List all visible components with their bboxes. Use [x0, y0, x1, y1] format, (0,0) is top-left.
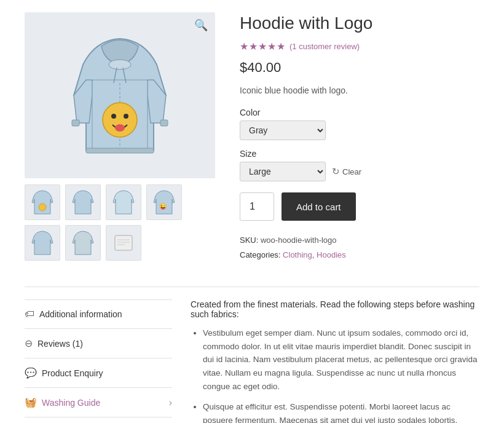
size-label: Size: [240, 149, 479, 159]
color-label: Color: [240, 108, 479, 117]
product-price: $40.00: [240, 60, 479, 76]
svg-point-3: [103, 103, 137, 137]
quantity-input[interactable]: [240, 192, 274, 221]
product-info: Hoodie with Logo ★★★★★ (1 customer revie…: [240, 12, 479, 262]
sidebar-label-additional: Additional information: [39, 309, 122, 319]
tag-icon: 🏷: [25, 309, 34, 320]
clear-label: Clear: [342, 167, 361, 176]
sidebar-label-washing: Washing Guide: [42, 398, 100, 408]
sidebar-nav: 🏷 Additional information ⊖ Reviews (1) 💬…: [25, 299, 172, 423]
sidebar-item-additional-info[interactable]: 🏷 Additional information: [25, 299, 172, 329]
svg-text:😜: 😜: [159, 202, 167, 210]
thumbnail-2[interactable]: [65, 184, 101, 220]
svg-point-12: [39, 204, 46, 211]
enquiry-icon: 💬: [25, 367, 37, 379]
svg-point-0: [109, 60, 131, 69]
product-title: Hoodie with Logo: [240, 12, 479, 34]
nav-item-left-washing: 🧺 Washing Guide: [25, 397, 100, 408]
content-area: Created from the finest materials. Read …: [191, 299, 479, 423]
svg-rect-10: [160, 120, 168, 126]
product-section: 🔍: [25, 12, 479, 262]
sku-label: SKU:: [240, 235, 258, 245]
clear-size-button[interactable]: ↻ Clear: [332, 166, 361, 177]
section-divider: [25, 287, 479, 287]
sidebar-label-reviews: Reviews (1): [37, 339, 83, 349]
product-images: 🔍: [25, 12, 215, 262]
svg-point-5: [124, 114, 128, 119]
review-link[interactable]: (1 customer review): [289, 42, 360, 51]
svg-rect-9: [72, 120, 79, 126]
thumbnail-1[interactable]: [25, 184, 60, 220]
content-list: Vestibulum eget semper diam. Nunc ut ips…: [191, 326, 479, 423]
size-select[interactable]: Small Medium Large XL: [240, 162, 326, 181]
category-hoodies-link[interactable]: Hoodies: [317, 250, 346, 259]
thumbnail-4[interactable]: 😜: [146, 184, 182, 220]
thumbnail-row: 😜: [25, 184, 215, 261]
cart-row: Add to cart: [240, 192, 479, 221]
sidebar-label-enquiry: Product Enquiry: [42, 368, 103, 378]
hoodie-illustration: [58, 28, 181, 163]
thumbnail-5[interactable]: [25, 225, 60, 261]
star-rating: ★★★★★: [240, 41, 286, 52]
main-image: 🔍: [25, 12, 215, 178]
svg-rect-11: [86, 148, 154, 153]
categories-row: Categories: Clothing, Hoodies: [240, 248, 479, 262]
thumbnail-6[interactable]: [65, 225, 101, 261]
review-icon: ⊖: [25, 338, 33, 349]
sku-value: woo-hoodie-with-logo: [261, 235, 337, 245]
list-item-1: Vestibulum eget semper diam. Nunc ut ips…: [203, 326, 479, 393]
category-clothing-link[interactable]: Clothing: [283, 250, 312, 259]
chevron-right-icon: ›: [169, 397, 172, 408]
product-meta: SKU: woo-hoodie-with-logo Categories: Cl…: [240, 233, 479, 262]
sku-row: SKU: woo-hoodie-with-logo: [240, 233, 479, 247]
nav-item-left-reviews: ⊖ Reviews (1): [25, 338, 83, 349]
thumbnail-3[interactable]: [106, 184, 141, 220]
product-description: Iconic blue hoodie with logo.: [240, 85, 479, 95]
add-to-cart-button[interactable]: Add to cart: [282, 192, 356, 221]
svg-rect-14: [115, 235, 132, 250]
svg-point-6: [115, 124, 125, 132]
size-row: Small Medium Large XL ↻ Clear: [240, 162, 479, 181]
sidebar-item-washing[interactable]: 🧺 Washing Guide ›: [25, 388, 172, 417]
nav-item-left-additional: 🏷 Additional information: [25, 309, 122, 320]
washing-icon: 🧺: [25, 397, 37, 408]
sidebar-item-reviews[interactable]: ⊖ Reviews (1): [25, 329, 172, 358]
nav-item-left-enquiry: 💬 Product Enquiry: [25, 367, 103, 379]
categories-label: Categories:: [240, 250, 280, 259]
refresh-icon: ↻: [332, 166, 340, 177]
thumbnail-7[interactable]: [106, 225, 141, 261]
bottom-section: 🏷 Additional information ⊖ Reviews (1) 💬…: [25, 299, 479, 423]
color-select[interactable]: Gray Blue Black Red: [240, 121, 326, 140]
rating-row: ★★★★★ (1 customer review): [240, 41, 479, 52]
sidebar-item-enquiry[interactable]: 💬 Product Enquiry: [25, 358, 172, 388]
content-intro: Created from the finest materials. Read …: [191, 299, 479, 319]
list-item-2: Quisque at efficitur est. Suspendisse po…: [203, 400, 479, 423]
color-group: Color Gray Blue Black Red: [240, 108, 479, 140]
size-group: Size Small Medium Large XL ↻ Clear: [240, 149, 479, 181]
zoom-icon[interactable]: 🔍: [194, 18, 208, 32]
